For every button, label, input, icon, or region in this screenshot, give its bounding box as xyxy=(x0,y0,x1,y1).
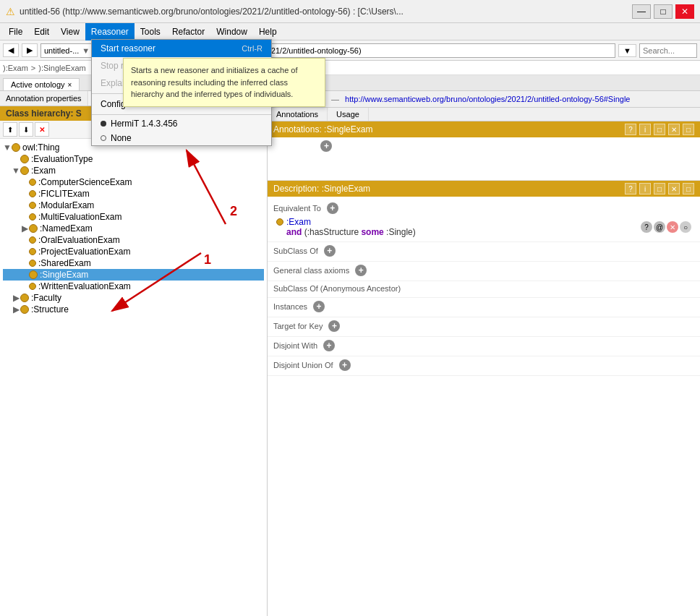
equiv-item-content: :Exam and (:hasStructure some :Single) xyxy=(276,217,641,237)
hier-btn-1[interactable]: ⬆ xyxy=(3,122,17,137)
description-title: Description: :SingleExam xyxy=(273,184,370,194)
tab-annotations[interactable]: Annotations xyxy=(268,108,328,121)
icon-project xyxy=(29,248,36,255)
menu-help[interactable]: Help xyxy=(253,23,283,40)
tree-item-exam[interactable]: ▼ :Exam xyxy=(3,165,264,176)
reasoner-menu-start[interactable]: Start reasoner Ctrl-R xyxy=(92,40,271,57)
label-cs-exam: :ComputerScienceExam xyxy=(38,177,132,187)
desc-icon-close[interactable]: ✕ xyxy=(668,183,680,194)
desc-icon-expand[interactable]: □ xyxy=(683,183,694,194)
desc-icon-help[interactable]: ? xyxy=(625,183,636,194)
disjoint-union-section: Disjoint Union Of + xyxy=(268,356,700,376)
tree-item-written[interactable]: :WrittenEvaluationExam xyxy=(3,281,264,292)
toggle-exam[interactable]: ▼ xyxy=(12,166,20,176)
menu-view[interactable]: View xyxy=(55,23,85,40)
equiv-class-ref[interactable]: :Exam xyxy=(286,217,311,227)
none-label: None xyxy=(111,133,132,143)
subclass-section: SubClass Of + xyxy=(268,242,700,262)
tab-annotation-properties[interactable]: Annotation properties xyxy=(0,91,88,106)
reasoner-menu-divider1 xyxy=(92,93,271,94)
target-key-section: Target for Key + xyxy=(268,317,700,337)
title-bar: ⚠ untitled-56 (http://www.semanticweb.or… xyxy=(0,0,700,23)
ann-icon-help[interactable]: ? xyxy=(625,124,636,135)
none-radio-dot xyxy=(101,135,106,141)
add-annotation-button[interactable]: + xyxy=(320,140,332,152)
tree-item-single[interactable]: :SingleExam xyxy=(3,269,264,281)
icon-structure xyxy=(20,305,29,314)
tree-item-named[interactable]: ▶ :NamedExam xyxy=(3,223,264,234)
tree-item-project[interactable]: :ProjectEvaluationExam xyxy=(3,246,264,257)
label-ficlit: :FICLITExam xyxy=(38,189,90,199)
tree-item-modular[interactable]: :ModularExam xyxy=(3,200,264,211)
search-input[interactable] xyxy=(639,43,697,58)
tree-item-oral[interactable]: :OralEvaluationExam xyxy=(3,234,264,246)
minimize-button[interactable]: — xyxy=(632,4,651,19)
tree-item-ficlit[interactable]: :FICLITExam xyxy=(3,188,264,200)
tree-item-shared[interactable]: :SharedExam xyxy=(3,257,264,269)
add-instances-button[interactable]: + xyxy=(313,301,325,312)
ann-icon-close[interactable]: ✕ xyxy=(668,124,680,135)
hier-btn-3[interactable]: ✕ xyxy=(35,122,49,137)
equiv-icon-circle[interactable]: ○ xyxy=(680,221,691,233)
hierarchy-title: Class hierarchy: S xyxy=(6,108,82,119)
tree-item-structure[interactable]: ▶ :Structure xyxy=(3,304,264,315)
hermit-label: HermiT 1.4.3.456 xyxy=(111,119,178,129)
add-subclass-button[interactable]: + xyxy=(324,245,336,257)
toggle-structure[interactable]: ▶ xyxy=(12,304,20,315)
menu-edit[interactable]: Edit xyxy=(28,23,55,40)
label-shared: :SharedExam xyxy=(38,258,91,268)
tab-dropdown-icon[interactable]: ▼ xyxy=(82,46,90,55)
menu-file[interactable]: File xyxy=(3,23,28,40)
active-ontology-tab[interactable]: Active ontology × xyxy=(3,78,80,90)
hier-btn-2[interactable]: ⬇ xyxy=(19,122,33,137)
instances-label-text: Instances xyxy=(273,302,307,311)
desc-icon-window[interactable]: □ xyxy=(654,183,665,194)
icon-written xyxy=(29,283,36,290)
reasoner-option-hermit[interactable]: HermiT 1.4.3.456 xyxy=(92,116,271,131)
equiv-icon-at[interactable]: @ xyxy=(654,221,665,233)
toggle-owl-thing[interactable]: ▼ xyxy=(3,142,12,153)
add-equiv-button[interactable]: + xyxy=(327,202,338,214)
add-disjoint-union-button[interactable]: + xyxy=(339,359,351,371)
desc-icon-info[interactable]: i xyxy=(639,183,651,194)
equiv-icon-x[interactable]: ✕ xyxy=(667,221,678,233)
icon-faculty xyxy=(20,294,29,302)
toggle-faculty[interactable]: ▶ xyxy=(12,293,20,303)
tree-item-eval-type[interactable]: :EvaluationType xyxy=(3,153,264,165)
forward-button[interactable]: ▶ xyxy=(22,43,38,57)
subclass-label-text: SubClass Of xyxy=(273,247,318,255)
ann-icon-window[interactable]: □ xyxy=(654,124,665,135)
back-button[interactable]: ◀ xyxy=(3,43,19,57)
description-header: Description: :SingleExam ? i □ ✕ □ xyxy=(268,181,700,197)
menu-reasoner[interactable]: Reasoner xyxy=(85,23,135,40)
toggle-ficlit xyxy=(20,189,29,199)
tab-usage[interactable]: Usage xyxy=(328,108,369,121)
ann-icon-expand[interactable]: □ xyxy=(683,124,694,135)
equiv-icon-q[interactable]: ? xyxy=(641,221,652,233)
and-keyword: and xyxy=(286,227,302,237)
active-ontology-close[interactable]: × xyxy=(68,81,72,89)
url-go-button[interactable]: ▼ xyxy=(618,44,636,57)
tree-item-multi[interactable]: :MultiEvaluationExam xyxy=(3,211,264,223)
main-area: Annotation properties Classes Object Cla… xyxy=(0,91,700,616)
tree-item-cs-exam[interactable]: :ComputerScienceExam xyxy=(3,176,264,188)
add-target-key-button[interactable]: + xyxy=(328,320,340,332)
subclass-label: SubClass Of + xyxy=(273,245,694,257)
reasoner-menu-configure[interactable]: Configure... xyxy=(92,95,271,113)
menu-tools[interactable]: Tools xyxy=(135,23,166,40)
icon-exam xyxy=(20,166,29,175)
reasoner-option-none[interactable]: None xyxy=(92,131,271,145)
add-axioms-button[interactable]: + xyxy=(355,265,367,276)
toggle-named[interactable]: ▶ xyxy=(20,223,29,234)
icon-shared xyxy=(29,260,36,267)
icon-named xyxy=(29,224,38,233)
close-button[interactable]: ✕ xyxy=(675,4,694,19)
menu-refactor[interactable]: Refactor xyxy=(166,23,210,40)
ann-icon-info[interactable]: i xyxy=(639,124,651,135)
menu-window[interactable]: Window xyxy=(210,23,253,40)
add-disjoint-button[interactable]: + xyxy=(323,340,335,351)
tab-selector[interactable]: untitled-... ▼ xyxy=(40,43,93,58)
maximize-button[interactable]: □ xyxy=(654,4,673,19)
subclass-anon-label: SubClass Of (Anonymous Ancestor) xyxy=(273,284,694,293)
tree-item-faculty[interactable]: ▶ :Faculty xyxy=(3,292,264,304)
